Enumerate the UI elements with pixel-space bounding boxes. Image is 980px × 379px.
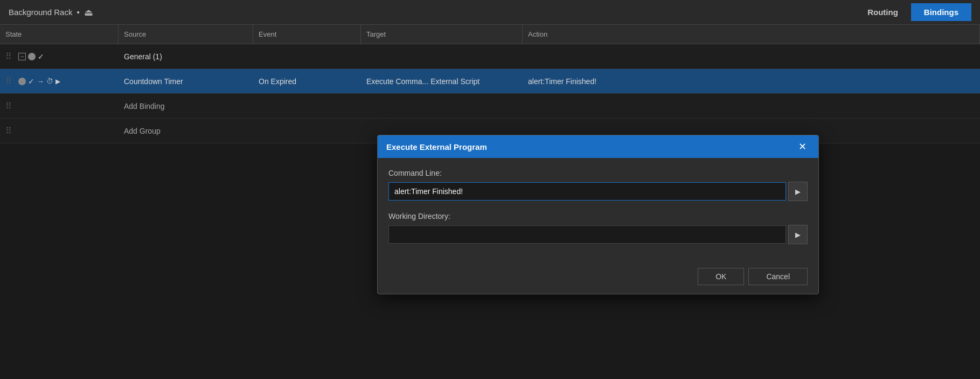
dialog-overlay: Execute External Program ✕ Command Line:… [0, 0, 980, 379]
command-line-label: Command Line: [388, 169, 808, 177]
working-dir-label: Working Directory: [388, 212, 808, 220]
cancel-button[interactable]: Cancel [748, 268, 808, 285]
execute-external-program-dialog: Execute External Program ✕ Command Line:… [377, 135, 819, 294]
ok-button[interactable]: OK [698, 268, 744, 285]
dialog-body: Command Line: ▶ Working Directory: ▶ [378, 158, 818, 264]
command-line-input[interactable] [388, 182, 786, 201]
working-dir-row: ▶ [388, 225, 808, 244]
working-dir-input[interactable] [388, 225, 786, 244]
dialog-close-button[interactable]: ✕ [795, 141, 810, 153]
working-dir-browse-button[interactable]: ▶ [788, 225, 808, 244]
dialog-header: Execute External Program ✕ [378, 135, 818, 158]
command-line-row: ▶ [388, 182, 808, 201]
dialog-footer: OK Cancel [378, 264, 818, 294]
dialog-title: Execute External Program [386, 142, 487, 151]
command-line-browse-button[interactable]: ▶ [788, 182, 808, 201]
